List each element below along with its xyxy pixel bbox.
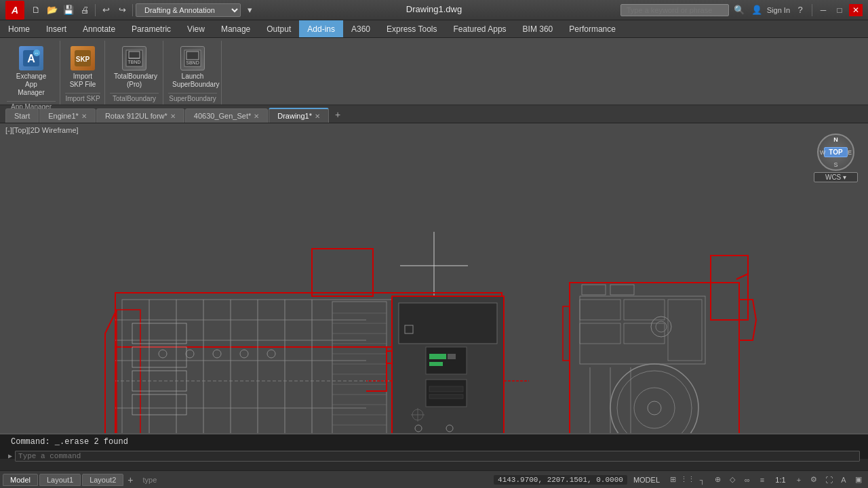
ribbon-group-superboundary: SBND LaunchSuperBoundary SuperBoundary [164,41,222,104]
otrack-toggle[interactable]: ∞ [741,473,754,487]
maximize-button[interactable]: □ [833,4,846,16]
compass-circle: N S E W TOP [817,134,854,171]
layout-layout1[interactable]: Layout1 [39,474,81,486]
command-input[interactable] [15,451,860,462]
totalboundary-button[interactable]: TBND TotalBoundary(Pro) [110,43,159,92]
svg-rect-68 [426,380,467,407]
superboundary-icon: SBND [180,46,205,70]
menu-bar: Home Insert Annotate Parametric View Man… [0,20,868,38]
ribbon-group-items-tb: TBND TotalBoundary(Pro) [110,41,159,92]
layout-model[interactable]: Model [3,474,38,486]
tab-close-genset[interactable]: ✕ [254,113,259,120]
svg-rect-65 [429,354,446,359]
wcs-badge[interactable]: WCS ▾ [814,172,858,182]
drawing-canvas[interactable]: Y X [0,123,868,433]
compass: N S E W TOP WCS ▾ [814,134,858,184]
layout-tabs: Model Layout1 Layout2 + type [3,474,157,486]
ribbon-group-import-skp: SKP ImportSKP File Import SKP [61,41,105,104]
menu-parametric[interactable]: Parametric [123,20,179,37]
snap-toggle[interactable]: ⋮⋮ [681,473,694,487]
import-skp-label: ImportSKP File [70,73,96,89]
totalboundary-group-label: TotalBoundary [110,93,159,104]
annotate-toggle[interactable]: A [837,473,850,487]
menu-home[interactable]: Home [0,20,38,37]
menu-output[interactable]: Output [258,20,299,37]
new-button[interactable]: 🗋 [28,3,43,18]
tab-add-button[interactable]: + [330,106,346,123]
search-icon[interactable]: 🔍 [732,3,747,18]
grid-toggle[interactable]: ⊞ [666,473,679,487]
menu-manage[interactable]: Manage [213,20,258,37]
close-button[interactable]: ✕ [849,4,863,16]
menu-performance[interactable]: Performance [561,20,624,37]
viewport-label: [-][Top][2D Wireframe] [5,126,79,134]
tab-close-engine1[interactable]: ✕ [81,113,87,120]
plot-button[interactable]: 🖨 [77,3,92,18]
command-input-row: ▶ [5,448,863,464]
hardware-accel[interactable]: ▣ [852,473,865,487]
workspace-selector[interactable]: Drafting & Annotation [136,3,241,17]
import-skp-group-label: Import SKP [65,93,100,104]
svg-rect-64 [426,347,467,374]
type-label: type [142,476,157,484]
title-bar: A 🗋 📂 💾 🖨 ↩ ↪ Drafting & Annotation ▾ Dr… [0,0,868,20]
settings-button[interactable]: ⚙ [807,473,821,487]
main-drawing-area: [-][Top][2D Wireframe] ─ □ ✕ [0,123,868,433]
ortho-toggle[interactable]: ┐ [696,473,709,487]
command-output: Command: _.erase 2 found [5,436,863,448]
open-button[interactable]: 📂 [45,3,60,18]
tab-rotax[interactable]: Rotax 912UL forw* ✕ [96,108,184,123]
layout-layout2[interactable]: Layout2 [82,474,123,486]
svg-text:↔: ↔ [35,51,39,56]
menu-insert[interactable]: Insert [38,20,75,37]
compass-west: W [820,149,826,156]
toolbar-separator-2 [132,4,133,16]
compass-east: E [848,149,852,156]
help-button[interactable]: ? [793,3,808,18]
tab-drawing1[interactable]: Drawing1* ✕ [269,108,329,123]
menu-annotate[interactable]: Annotate [75,20,123,37]
zoom-in[interactable]: + [792,473,806,487]
import-skp-button[interactable]: SKP ImportSKP File [65,43,100,92]
status-icons: ⊞ ⋮⋮ ┐ ⊕ ◇ ∞ ≡ 1:1 + ⚙ ⛶ A ▣ [666,473,865,487]
ribbon-group-items-sb: SBND LaunchSuperBoundary [168,41,217,92]
menu-bim360[interactable]: BIM 360 [515,20,561,37]
menu-express-tools[interactable]: Express Tools [378,20,445,37]
menu-addins[interactable]: Add-ins [299,20,343,37]
superboundary-button[interactable]: SBND LaunchSuperBoundary [168,43,217,92]
menu-featured-apps[interactable]: Featured Apps [446,20,515,37]
lineweight-toggle[interactable]: ≡ [755,473,769,487]
minimize-button[interactable]: ─ [816,4,830,16]
workspace-dropdown[interactable]: ▾ [242,3,257,18]
viewport-header: [-][Top][2D Wireframe] [0,123,84,137]
redo-button[interactable]: ↪ [115,3,130,18]
layout-add-button[interactable]: + [125,474,136,485]
tab-close-drawing1[interactable]: ✕ [315,113,320,120]
polar-toggle[interactable]: ⊕ [711,473,724,487]
user-icon[interactable]: 👤 [749,3,764,18]
save-button[interactable]: 💾 [61,3,76,18]
undo-button[interactable]: ↩ [98,3,113,18]
compass-south: S [833,161,837,168]
menu-a360[interactable]: A360 [343,20,378,37]
fullscreen-toggle[interactable]: ⛶ [822,473,835,487]
svg-rect-69 [429,386,463,392]
svg-rect-63 [399,303,497,344]
command-prompt: ▶ [8,452,12,460]
osnap-toggle[interactable]: ◇ [726,473,739,487]
quick-access-toolbar: 🗋 📂 💾 🖨 ↩ ↪ Drafting & Annotation ▾ [28,3,257,18]
tab-close-rotax[interactable]: ✕ [170,113,176,120]
tab-start[interactable]: Start [5,108,39,123]
tab-engine1[interactable]: Engine1* ✕ [39,108,96,123]
compass-north: N [833,136,838,143]
ribbon-group-items: A ↔ ExchangeApp Manager [7,41,56,100]
model-badge: MODEL [630,475,663,485]
menu-view[interactable]: View [179,20,213,37]
document-tabs: Start Engine1* ✕ Rotax 912UL forw* ✕ 406… [0,106,868,123]
search-input[interactable] [620,4,729,16]
signin-button[interactable]: Sign In [767,6,790,14]
superboundary-group-label: SuperBoundary [168,93,217,104]
coordinates-display: 4143.9700, 2207.1501, 0.0000 [494,475,627,485]
exchange-app-manager-button[interactable]: A ↔ ExchangeApp Manager [7,43,56,100]
tab-genset[interactable]: 40630_Gen_Set* ✕ [185,108,268,123]
